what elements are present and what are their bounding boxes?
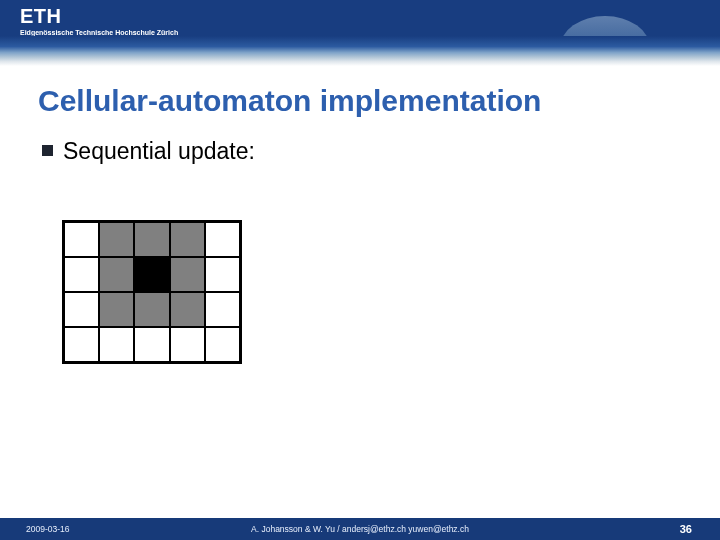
- ca-cell: [64, 292, 99, 327]
- eth-subline-2: Swiss Federal Institute of Technology Zu…: [20, 38, 178, 45]
- ca-cell: [205, 327, 240, 362]
- ca-cell: [170, 222, 205, 257]
- ca-cell: [99, 292, 134, 327]
- eth-subline-1: Eidgenössische Technische Hochschule Zür…: [20, 29, 178, 36]
- ca-cell: [205, 292, 240, 327]
- footer-authors: A. Johansson & W. Yu / andersj@ethz.ch y…: [251, 524, 469, 534]
- footer-page-number: 36: [680, 523, 692, 535]
- bullet-item: Sequential update:: [42, 138, 255, 165]
- ca-cell: [64, 257, 99, 292]
- footer-date: 2009-03-16: [26, 524, 69, 534]
- ca-cell: [134, 257, 169, 292]
- banner-decoration: [400, 20, 660, 66]
- ca-cell: [134, 222, 169, 257]
- eth-logo-text: ETH: [20, 6, 178, 27]
- bullet-square-icon: [42, 145, 53, 156]
- header-banner: ETH Eidgenössische Technische Hochschule…: [0, 0, 720, 66]
- eth-logo-block: ETH Eidgenössische Technische Hochschule…: [20, 6, 178, 46]
- ca-cell: [170, 292, 205, 327]
- ca-cell: [205, 257, 240, 292]
- ca-cell: [170, 257, 205, 292]
- ca-cell: [64, 327, 99, 362]
- ca-cell: [205, 222, 240, 257]
- footer-bar: 2009-03-16 A. Johansson & W. Yu / anders…: [0, 518, 720, 540]
- ca-cell: [134, 292, 169, 327]
- ca-cell: [64, 222, 99, 257]
- slide: ETH Eidgenössische Technische Hochschule…: [0, 0, 720, 540]
- ca-cell: [99, 257, 134, 292]
- ca-cell: [99, 327, 134, 362]
- page-title: Cellular-automaton implementation: [38, 84, 541, 118]
- ca-grid: [62, 220, 242, 364]
- ca-cell: [134, 327, 169, 362]
- bullet-text: Sequential update:: [63, 138, 255, 165]
- ca-cell: [99, 222, 134, 257]
- ca-cell: [170, 327, 205, 362]
